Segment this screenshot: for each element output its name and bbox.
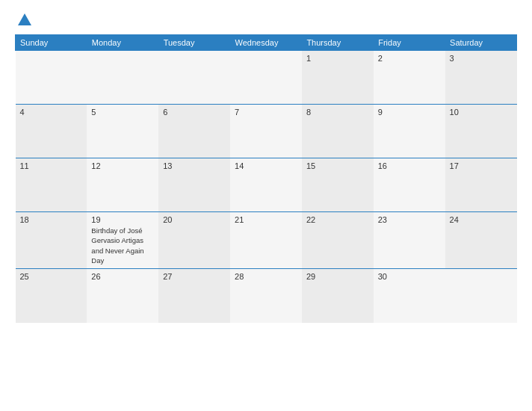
calendar-cell: 30 [374,269,445,323]
calendar-cell: 4 [16,105,87,158]
calendar-cell: 13 [158,158,230,212]
calendar-cell: 20 [158,212,230,269]
calendar-cell [158,51,230,105]
calendar-week-row: 11121314151617 [16,158,517,212]
day-number: 3 [450,54,513,63]
calendar-cell: 10 [445,105,517,158]
day-number: 28 [235,272,297,281]
calendar-cell: 19Birthday of José Gervasio Artigas and … [87,212,158,269]
day-number: 1 [306,54,369,63]
day-number: 25 [20,272,83,281]
calendar-cell: 14 [230,158,302,212]
calendar-cell: 3 [445,51,517,105]
calendar-page: SundayMondayTuesdayWednesdayThursdayFrid… [0,0,532,411]
calendar-cell: 12 [87,158,158,212]
day-number: 5 [91,108,154,117]
calendar-cell: 15 [302,158,374,212]
day-number: 24 [450,215,513,224]
weekday-header-friday: Friday [374,35,445,51]
event-label: Birthday of José Gervasio Artigas and Ne… [91,226,143,265]
calendar-table: SundayMondayTuesdayWednesdayThursdayFrid… [15,34,517,323]
calendar-cell: 28 [230,269,302,323]
calendar-cell [230,51,302,105]
calendar-cell: 9 [374,105,445,158]
calendar-cell: 1 [302,51,374,105]
day-number: 27 [163,272,226,281]
day-number: 13 [163,161,226,170]
calendar-cell: 5 [87,105,158,158]
calendar-cell: 22 [302,212,374,269]
calendar-cell: 25 [16,269,87,323]
day-number: 23 [378,215,441,224]
svg-marker-0 [18,13,31,25]
calendar-cell [16,51,87,105]
day-number: 10 [450,108,513,117]
calendar-cell: 23 [374,212,445,269]
calendar-cell: 17 [445,158,517,212]
calendar-cell: 26 [87,269,158,323]
calendar-cell: 7 [230,105,302,158]
calendar-cell: 27 [158,269,230,323]
calendar-cell: 11 [16,158,87,212]
calendar-cell: 18 [16,212,87,269]
calendar-week-row: 252627282930 [16,269,517,323]
calendar-week-row: 123 [16,51,517,105]
calendar-week-row: 45678910 [16,105,517,158]
day-number: 30 [378,272,441,281]
day-number: 18 [20,215,83,224]
day-number: 7 [235,108,297,117]
day-number: 9 [378,108,441,117]
header [15,12,517,28]
day-number: 16 [378,161,441,170]
day-number: 29 [306,272,369,281]
day-number: 21 [235,215,297,224]
weekday-header-row: SundayMondayTuesdayWednesdayThursdayFrid… [16,35,517,51]
day-number: 20 [163,215,226,224]
weekday-header-wednesday: Wednesday [230,35,302,51]
logo [15,12,33,28]
weekday-header-tuesday: Tuesday [158,35,230,51]
day-number: 12 [91,161,154,170]
calendar-cell: 21 [230,212,302,269]
calendar-cell: 24 [445,212,517,269]
calendar-week-row: 1819Birthday of José Gervasio Artigas an… [16,212,517,269]
calendar-cell [87,51,158,105]
calendar-cell: 6 [158,105,230,158]
day-number: 19 [91,215,154,224]
day-number: 22 [306,215,369,224]
weekday-header-saturday: Saturday [445,35,517,51]
calendar-cell: 2 [374,51,445,105]
day-number: 17 [450,161,513,170]
weekday-header-thursday: Thursday [302,35,374,51]
day-number: 8 [306,108,369,117]
calendar-cell: 29 [302,269,374,323]
calendar-cell: 16 [374,158,445,212]
calendar-cell [445,269,517,323]
weekday-header-sunday: Sunday [16,35,87,51]
day-number: 15 [306,161,369,170]
calendar-cell: 8 [302,105,374,158]
day-number: 14 [235,161,297,170]
day-number: 2 [378,54,441,63]
day-number: 4 [20,108,83,117]
logo-icon [16,12,33,28]
day-number: 26 [91,272,154,281]
weekday-header-monday: Monday [87,35,158,51]
day-number: 11 [20,161,83,170]
day-number: 6 [163,108,226,117]
